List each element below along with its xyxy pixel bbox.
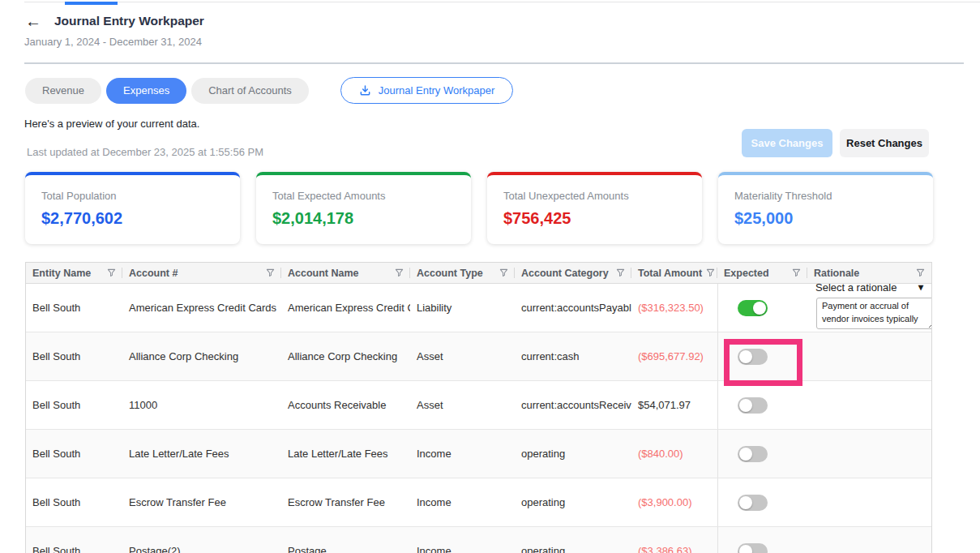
page-header: ← Journal Entry Workpaper [25,13,204,29]
filter-funnel-icon[interactable] [266,268,275,277]
card-value: $756,425 [503,209,686,228]
toolbar: RevenueExpensesChart of Accounts Journal… [25,77,513,104]
cell-account-type: Income [410,478,515,526]
toggle-knob [753,302,766,315]
filter-funnel-icon[interactable] [395,268,404,277]
card-label: Total Expected Amounts [272,190,455,202]
table-header-row: Entity Name Account # Account Name Accou… [26,263,931,284]
reset-changes-button[interactable]: Reset Changes [840,129,929,157]
filter-funnel-icon[interactable] [706,268,715,277]
cell-expected [717,478,807,526]
preview-text: Here's a preview of your current data. [24,118,199,130]
cell-account-name: American Express Credit C [281,284,410,332]
cell-account-category: operating [515,478,631,526]
cell-account-name: Alliance Corp Checking [281,332,410,380]
column-header-label: Entity Name [32,268,91,279]
column-header: Account Type [410,263,515,283]
cell-entity-name: Bell South [26,381,122,429]
cell-account-type: Income [410,430,515,478]
cell-account-category: current:accountsReceiv [515,381,631,429]
cell-account-number: 11000 [122,381,281,429]
cell-account-number: Alliance Corp Checking [122,332,281,380]
cell-expected [717,381,807,429]
filter-funnel-icon[interactable] [499,268,508,277]
column-header-label: Rationale [814,268,859,279]
cell-expected [717,527,807,553]
cell-entity-name: Bell South [26,284,122,332]
action-buttons: Save Changes Reset Changes [742,129,929,157]
cell-account-category: operating [515,430,631,478]
cell-rationale [807,478,931,526]
expected-toggle[interactable] [738,397,768,414]
column-header: Total Amount [631,263,717,283]
rationale-select[interactable]: Select a rationale ▾ [815,284,923,296]
cell-rationale [807,430,931,478]
summary-card: Materiality Threshold $25,000 [718,172,933,244]
cell-account-type: Income [410,527,515,553]
expected-toggle[interactable] [738,495,768,511]
cell-account-category: current:accountsPayabl [515,284,631,332]
cell-account-number: Postage(2) [122,527,281,553]
accounts-table: Entity Name Account # Account Name Accou… [25,262,932,553]
active-tab-indicator [65,2,118,5]
expected-toggle[interactable] [738,349,768,365]
tab-group: RevenueExpensesChart of Accounts [25,78,314,104]
cell-entity-name: Bell South [26,332,122,380]
last-updated-text: Last updated at December 23, 2025 at 1:5… [27,146,263,158]
rationale-select-label: Select a rationale [815,284,897,294]
cell-account-number: American Express Credit Cards [122,284,281,332]
cell-account-name: Postage [281,527,410,553]
summary-card: Total Population $2,770,602 [25,172,240,244]
cell-entity-name: Bell South [26,478,122,526]
column-header: Account # [122,263,281,283]
rationale-textarea[interactable] [816,298,931,329]
table-row: Bell South Alliance Corp Checking Allian… [26,332,931,381]
page-title: Journal Entry Workpaper [54,14,204,28]
cell-account-category: current:cash [515,332,631,380]
expected-toggle[interactable] [738,300,768,316]
filter-funnel-icon[interactable] [792,268,801,277]
table-row: Bell South Late Letter/Late Fees Late Le… [26,430,931,478]
toggle-knob [739,496,752,509]
cell-rationale [807,527,931,553]
cell-entity-name: Bell South [26,527,122,553]
table-row: Bell South Postage(2) Postage Income ope… [26,527,931,553]
cell-account-type: Asset [410,332,515,380]
chevron-down-icon: ▾ [918,284,923,293]
cell-rationale [807,332,931,380]
cell-account-number: Late Letter/Late Fees [122,430,281,478]
summary-card: Total Unexpected Amounts $756,425 [487,172,702,244]
tab-expenses[interactable]: Expenses [106,78,186,104]
card-label: Materiality Threshold [734,190,917,202]
date-range: January 1, 2024 - December 31, 2024 [24,36,202,48]
filter-funnel-icon[interactable] [616,268,625,277]
expected-toggle[interactable] [738,446,768,462]
card-value: $2,014,178 [272,209,455,228]
tab-chart-of-accounts[interactable]: Chart of Accounts [191,78,309,104]
cell-account-name: Late Letter/Late Fees [281,430,410,478]
download-journal-entry-workpaper-button[interactable]: Journal Entry Workpaper [340,77,514,104]
expected-toggle[interactable] [738,543,768,553]
cell-account-name: Escrow Transfer Fee [281,478,410,526]
column-header-label: Account Name [288,268,359,279]
table-row: Bell South Escrow Transfer Fee Escrow Tr… [26,478,931,527]
table-row: Bell South American Express Credit Cards… [26,284,931,332]
cell-expected [717,284,807,332]
filter-funnel-icon[interactable] [107,268,116,277]
cell-total-amount: ($3,386.63) [631,527,717,553]
summary-card: Total Expected Amounts $2,014,178 [256,172,471,244]
column-header-label: Account Type [417,268,483,279]
cell-account-type: Liability [410,284,515,332]
tab-revenue[interactable]: Revenue [25,78,101,104]
table-body: Bell South American Express Credit Cards… [26,284,931,553]
save-changes-button[interactable]: Save Changes [742,129,832,157]
header-divider [24,62,964,64]
toggle-knob [739,448,752,461]
card-label: Total Population [41,190,224,202]
back-arrow-icon[interactable]: ← [25,13,41,29]
toggle-knob [739,399,752,412]
filter-funnel-icon[interactable] [916,268,925,277]
cell-expected [717,430,807,478]
card-value: $2,770,602 [41,209,224,228]
cell-rationale [807,381,931,429]
